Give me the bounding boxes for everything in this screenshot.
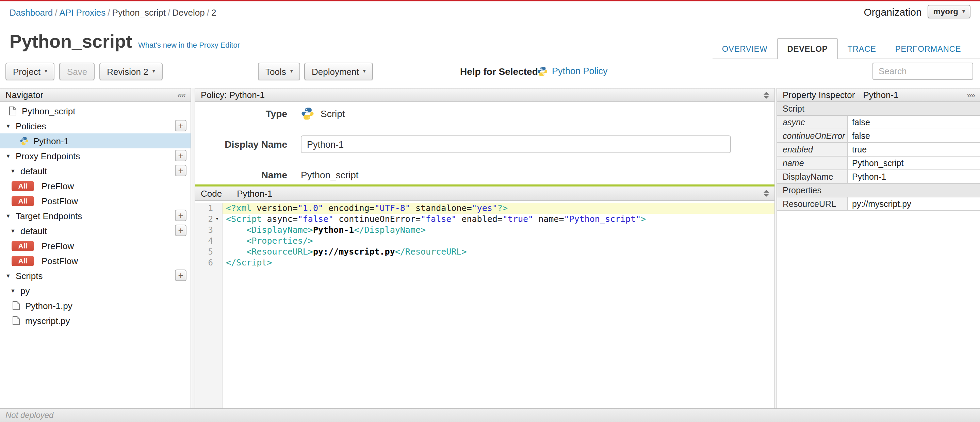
organization-area: Organization myorg ▾ xyxy=(864,5,970,18)
expand-code-icon[interactable] xyxy=(764,190,769,197)
collapse-policy-icon[interactable] xyxy=(764,92,769,98)
code-line-content: </Script> xyxy=(223,257,775,268)
tools-button[interactable]: Tools▾ xyxy=(258,63,301,80)
breadcrumb-item-dashboard[interactable]: Dashboard xyxy=(10,8,53,18)
breadcrumb-item-api-proxies[interactable]: API Proxies xyxy=(59,8,105,18)
nav-item-python-1-py[interactable]: Python-1.py xyxy=(0,298,191,313)
inspector-section-script: Script xyxy=(777,102,980,116)
expand-triangle-icon[interactable]: ▼ xyxy=(5,153,11,159)
main-panes: Navigator «« Python_script▼Policies+Pyth… xyxy=(0,88,980,408)
navigator-splitter[interactable] xyxy=(191,88,195,408)
add-button[interactable]: + xyxy=(175,165,186,176)
organization-label: Organization xyxy=(864,6,921,18)
nav-item-postflow[interactable]: AllPostFlow xyxy=(0,253,191,268)
expand-triangle-icon[interactable]: ▼ xyxy=(5,123,11,129)
whats-new-link[interactable]: What's new in the Proxy Editor xyxy=(138,41,240,49)
tab-performance[interactable]: PERFORMANCE xyxy=(886,39,970,59)
organization-select[interactable]: myorg ▾ xyxy=(928,5,970,18)
revision-button[interactable]: Revision 2▾ xyxy=(99,63,162,80)
expand-triangle-icon[interactable]: ▼ xyxy=(10,168,16,174)
nav-item-label: PreFlow xyxy=(41,240,74,251)
property-key: ResourceURL xyxy=(777,197,848,210)
name-label: Name xyxy=(195,169,287,180)
add-button[interactable]: + xyxy=(175,210,186,221)
python-policy-link[interactable]: Python Policy xyxy=(552,61,608,82)
collapse-navigator-icon[interactable]: «« xyxy=(177,90,185,100)
nav-item-default[interactable]: ▼default+ xyxy=(0,223,191,238)
status-bar: Not deployed xyxy=(0,408,980,422)
top-accent-bar xyxy=(0,0,980,2)
inspector-row-continueonerror: continueOnErrorfalse xyxy=(777,129,980,143)
tab-trace[interactable]: TRACE xyxy=(838,39,885,59)
property-key: continueOnError xyxy=(777,129,848,142)
line-number: 1 xyxy=(195,203,213,214)
type-value: Script xyxy=(301,107,345,121)
tab-overview[interactable]: OVERVIEW xyxy=(713,39,777,59)
nav-item-proxy-endpoints[interactable]: ▼Proxy Endpoints+ xyxy=(0,148,191,163)
toolbar-left-group: Project▾ Save Revision 2▾ xyxy=(5,63,163,80)
add-button[interactable]: + xyxy=(175,150,186,161)
navigator-tree: Python_script▼Policies+Python-1▼Proxy En… xyxy=(0,102,191,328)
inspector-splitter[interactable] xyxy=(775,88,777,408)
nav-item-py[interactable]: ▼py xyxy=(0,283,191,298)
inspector-header: Property Inspector Python-1 »» xyxy=(777,88,980,102)
fold-toggle-icon xyxy=(213,257,221,268)
add-button[interactable]: + xyxy=(175,269,186,281)
python-icon xyxy=(537,66,548,77)
deployment-button[interactable]: Deployment▾ xyxy=(304,63,373,80)
code-line-content: <Properties/> xyxy=(223,236,775,247)
nav-item-label: Python_script xyxy=(22,106,76,116)
line-number: 2 xyxy=(195,214,213,225)
nav-item-postflow[interactable]: AllPostFlow xyxy=(0,193,191,208)
expand-triangle-icon[interactable]: ▼ xyxy=(10,228,16,234)
expand-triangle-icon[interactable]: ▼ xyxy=(10,288,16,294)
save-button[interactable]: Save xyxy=(60,63,95,80)
search-input[interactable] xyxy=(872,63,973,80)
expand-triangle-icon[interactable]: ▼ xyxy=(5,213,11,219)
nav-item-label: myscript.py xyxy=(25,315,70,326)
code-line-4[interactable]: 4 <Properties/> xyxy=(195,236,775,247)
nav-item-preflow[interactable]: AllPreFlow xyxy=(0,178,191,193)
add-button[interactable]: + xyxy=(175,225,186,236)
code-line-content: <ResourceURL>py://myscript.py</ResourceU… xyxy=(223,247,775,257)
deployment-status-text: Not deployed xyxy=(5,411,53,420)
code-line-2[interactable]: 2▾<Script async="false" continueOnError=… xyxy=(195,214,775,225)
property-key: enabled xyxy=(777,143,848,156)
nav-item-label: PostFlow xyxy=(41,256,78,266)
collapse-inspector-icon[interactable]: »» xyxy=(967,90,975,100)
code-line-content: <Script async="false" continueOnError="f… xyxy=(223,214,775,225)
nav-item-python-script[interactable]: Python_script xyxy=(0,104,191,118)
code-line-3[interactable]: 3 <DisplayName>Python-1</DisplayName> xyxy=(195,225,775,236)
navigator-title: Navigator xyxy=(5,90,43,100)
code-editor[interactable]: 1<?xml version="1.0" encoding="UTF-8" st… xyxy=(195,203,775,408)
nav-item-scripts[interactable]: ▼Scripts+ xyxy=(0,268,191,283)
nav-item-preflow[interactable]: AllPreFlow xyxy=(0,238,191,253)
nav-item-default[interactable]: ▼default+ xyxy=(0,163,191,178)
code-line-1[interactable]: 1<?xml version="1.0" encoding="UTF-8" st… xyxy=(195,203,775,214)
property-key: name xyxy=(777,156,848,169)
property-value: false xyxy=(848,116,980,129)
nav-item-python-1[interactable]: Python-1 xyxy=(0,134,191,148)
property-key: async xyxy=(777,116,848,129)
fold-toggle-icon[interactable]: ▾ xyxy=(213,214,221,225)
add-button[interactable]: + xyxy=(175,120,186,131)
inspector-table: ScriptasyncfalsecontinueOnErrorfalseenab… xyxy=(777,102,980,211)
breadcrumb-separator: / xyxy=(207,8,209,18)
display-name-input[interactable] xyxy=(301,135,731,153)
code-line-6[interactable]: 6</Script> xyxy=(195,257,775,268)
code-line-5[interactable]: 5 <ResourceURL>py://myscript.py</Resourc… xyxy=(195,247,775,257)
code-tab-label: Code xyxy=(201,188,222,198)
nav-item-target-endpoints[interactable]: ▼Target Endpoints+ xyxy=(0,208,191,223)
line-number: 6 xyxy=(195,257,213,268)
fold-toggle-icon xyxy=(213,247,221,257)
display-name-label: Display Name xyxy=(195,139,287,150)
nav-item-policies[interactable]: ▼Policies+ xyxy=(0,118,191,134)
breadcrumb: Dashboard/API Proxies/Python_script/Deve… xyxy=(10,8,216,18)
fold-toggle-icon xyxy=(213,225,221,236)
tab-develop[interactable]: DEVELOP xyxy=(777,38,838,59)
project-button[interactable]: Project▾ xyxy=(5,63,55,80)
title-row: Python_scriptWhat's new in the Proxy Edi… xyxy=(10,31,240,53)
nav-item-myscript-py[interactable]: myscript.py xyxy=(0,313,191,328)
file-icon xyxy=(11,316,21,325)
expand-triangle-icon[interactable]: ▼ xyxy=(5,272,11,279)
